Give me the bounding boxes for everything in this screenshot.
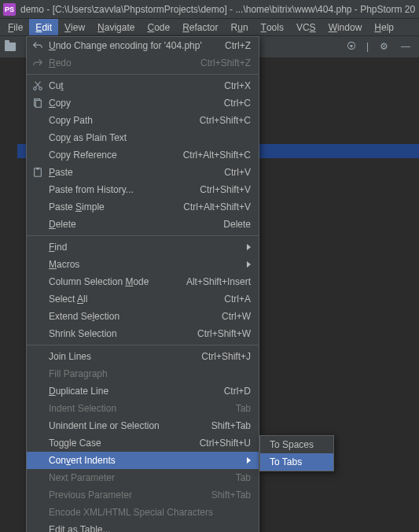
menu-item-label: Column Selection Mode — [49, 276, 186, 287]
menu-item-shortcut: Ctrl+Shift+C — [200, 115, 251, 126]
menu-item-duplicate-line[interactable]: Duplicate LineCtrl+D — [27, 382, 259, 400]
submenu-item-label: To Tabs — [270, 456, 302, 467]
menu-item-delete[interactable]: DeleteDelete — [27, 216, 259, 233]
cut-icon — [31, 79, 44, 92]
menu-item-label: Unindent Line or Selection — [49, 420, 211, 431]
menu-item-shortcut: Ctrl+X — [224, 80, 251, 91]
menu-item-label: Toggle Case — [49, 438, 200, 449]
menu-help[interactable]: Help — [368, 19, 400, 35]
chevron-right-icon — [247, 261, 251, 268]
menu-run[interactable]: Run — [225, 19, 255, 35]
menu-item-select-all[interactable]: Select AllCtrl+A — [27, 290, 259, 308]
menu-item-shortcut: Tab — [236, 403, 251, 414]
chevron-right-icon — [247, 244, 251, 250]
menu-view[interactable]: View — [58, 19, 91, 35]
menu-item-label: Copy Path — [49, 115, 200, 126]
menu-item-copy[interactable]: CopyCtrl+C — [27, 94, 259, 112]
menu-item-encode-xml-html-special-characters: Encode XML/HTML Special Characters — [27, 504, 259, 521]
menu-item-label: Convert Indents — [49, 455, 241, 466]
menu-item-label: Paste from History... — [49, 184, 200, 195]
menu-item-shortcut: Ctrl+Alt+Shift+V — [183, 201, 251, 212]
menu-item-label: Undo Change encoding for '404.php' — [49, 40, 225, 51]
svg-rect-5 — [36, 168, 39, 170]
open-folder-button[interactable] — [3, 39, 17, 54]
paste-icon — [31, 166, 44, 179]
menu-item-label: Next Parameter — [49, 472, 236, 483]
menu-code[interactable]: Code — [141, 19, 176, 35]
target-icon[interactable]: ⦿ — [344, 39, 358, 54]
menu-item-previous-parameter: Previous ParameterShift+Tab — [27, 486, 259, 504]
menu-item-label: Redo — [49, 57, 200, 68]
menu-edit[interactable]: Edit — [29, 19, 58, 35]
menu-item-label: Fill Paragraph — [49, 368, 251, 379]
menu-file[interactable]: File — [2, 19, 29, 35]
minimize-icon[interactable]: — — [399, 39, 413, 54]
convert-indents-submenu: To SpacesTo Tabs — [259, 435, 334, 471]
menu-item-paste[interactable]: PasteCtrl+V — [27, 164, 259, 181]
menu-tools[interactable]: Tools — [255, 19, 290, 35]
menu-item-find[interactable]: Find — [27, 238, 259, 256]
menu-item-label: Extend Selection — [49, 311, 222, 322]
menu-item-shrink-selection[interactable]: Shrink SelectionCtrl+Shift+W — [27, 325, 259, 342]
menu-item-edit-as-table[interactable]: Edit as Table... — [27, 521, 259, 532]
menu-item-extend-selection[interactable]: Extend SelectionCtrl+W — [27, 308, 259, 325]
menu-item-label: Edit as Table... — [49, 524, 251, 532]
menu-item-shortcut: Ctrl+Shift+W — [197, 328, 251, 339]
menu-item-paste-from-history[interactable]: Paste from History...Ctrl+Shift+V — [27, 181, 259, 198]
menu-item-cut[interactable]: CutCtrl+X — [27, 77, 259, 94]
menu-separator — [27, 74, 259, 75]
app-icon: PS — [3, 3, 16, 16]
menu-item-fill-paragraph: Fill Paragraph — [27, 365, 259, 382]
menu-item-label: Copy — [49, 98, 224, 109]
window-title: demo - [C:\Users\zavvla\PhpstormProjects… — [20, 4, 415, 15]
menu-separator — [27, 345, 259, 345]
menu-window[interactable]: Window — [322, 19, 369, 35]
menu-item-paste-simple[interactable]: Paste SimpleCtrl+Alt+Shift+V — [27, 198, 259, 216]
menu-item-indent-selection: Indent SelectionTab — [27, 400, 259, 417]
menu-item-shortcut: Ctrl+D — [224, 386, 251, 397]
menu-refactor[interactable]: Refactor — [176, 19, 224, 35]
menu-item-shortcut: Alt+Shift+Insert — [186, 276, 251, 287]
undo-icon — [31, 39, 44, 52]
menu-item-convert-indents[interactable]: Convert Indents — [27, 452, 259, 469]
svg-rect-3 — [35, 101, 41, 108]
menu-item-shortcut: Ctrl+C — [224, 98, 251, 109]
menu-item-copy-reference[interactable]: Copy ReferenceCtrl+Alt+Shift+C — [27, 146, 259, 164]
menu-navigate[interactable]: Navigate — [91, 19, 141, 35]
menu-item-shortcut: Ctrl+Z — [225, 40, 251, 51]
menu-item-copy-as-plain-text[interactable]: Copy as Plain Text — [27, 129, 259, 146]
menu-item-label: Previous Parameter — [49, 490, 211, 501]
menu-item-label: Find — [49, 242, 241, 253]
menu-item-macros[interactable]: Macros — [27, 256, 259, 273]
menu-item-shortcut: Ctrl+Shift+Z — [200, 57, 251, 68]
menu-item-join-lines[interactable]: Join LinesCtrl+Shift+J — [27, 348, 259, 365]
menu-item-label: Delete — [49, 219, 223, 230]
menu-item-toggle-case[interactable]: Toggle CaseCtrl+Shift+U — [27, 434, 259, 452]
menu-item-undo-change-encoding-for-404-php[interactable]: Undo Change encoding for '404.php'Ctrl+Z — [27, 37, 259, 54]
menu-vcs[interactable]: VCS — [290, 19, 322, 35]
menu-item-shortcut: Ctrl+A — [224, 294, 251, 305]
menu-item-label: Indent Selection — [49, 403, 236, 414]
menu-item-label: Cut — [49, 80, 224, 91]
menu-item-shortcut: Ctrl+V — [224, 167, 251, 178]
svg-point-1 — [39, 87, 42, 91]
submenu-item-label: To Spaces — [270, 439, 314, 450]
titlebar: PS demo - [C:\Users\zavvla\PhpstormProje… — [0, 0, 419, 19]
menu-item-shortcut: Shift+Tab — [211, 420, 251, 431]
menu-item-label: Select All — [49, 294, 224, 305]
gear-icon[interactable]: ⚙ — [377, 39, 391, 54]
menu-item-label: Macros — [49, 259, 241, 270]
menu-item-shortcut: Tab — [236, 472, 251, 483]
menu-item-copy-path[interactable]: Copy PathCtrl+Shift+C — [27, 112, 259, 129]
edit-menu: Undo Change encoding for '404.php'Ctrl+Z… — [26, 36, 259, 532]
menu-item-column-selection-mode[interactable]: Column Selection ModeAlt+Shift+Insert — [27, 273, 259, 290]
submenu-item-to-tabs[interactable]: To Tabs — [260, 453, 333, 471]
menu-item-shortcut: Ctrl+Shift+V — [200, 184, 251, 195]
menu-item-unindent-line-or-selection[interactable]: Unindent Line or SelectionShift+Tab — [27, 417, 259, 434]
copy-icon — [31, 97, 44, 109]
menu-item-label: Duplicate Line — [49, 386, 224, 397]
submenu-item-to-spaces[interactable]: To Spaces — [260, 436, 333, 453]
chevron-right-icon — [247, 457, 251, 464]
toolbar-separator: | — [366, 41, 369, 52]
menu-item-label: Paste Simple — [49, 201, 183, 212]
